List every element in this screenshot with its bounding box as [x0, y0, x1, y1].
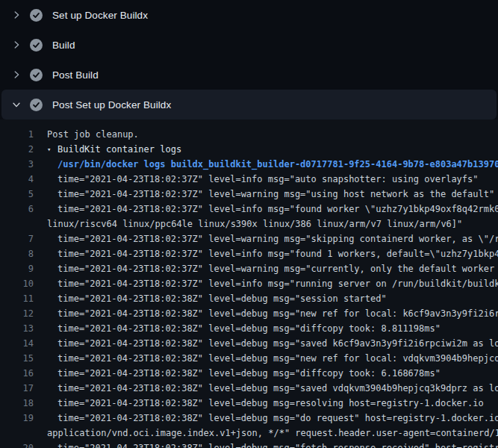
log-line: 9 time="2021-04-23T18:02:37Z" level=warn… [0, 261, 498, 276]
log-line: 7 time="2021-04-23T18:02:37Z" level=warn… [0, 231, 498, 246]
log-line-text: linux/riscv64 linux/ppc64le linux/s390x … [47, 217, 462, 231]
log-line-number[interactable]: 16 [0, 366, 47, 381]
log-line-number[interactable]: 17 [0, 381, 47, 396]
step-set-up-docker-buildx[interactable]: Set up Docker Buildx [1, 0, 497, 30]
log-line: 17 time="2021-04-23T18:02:38Z" level=deb… [0, 381, 498, 396]
log-line-text: time="2021-04-23T18:02:37Z" level=info m… [47, 172, 479, 187]
log-line-text: time="2021-04-23T18:02:38Z" level=debug … [47, 336, 498, 351]
log-line: 10 time="2021-04-23T18:02:37Z" level=inf… [0, 276, 498, 291]
log-line: 8 time="2021-04-23T18:02:37Z" level=info… [0, 246, 498, 261]
log-line-text: time="2021-04-23T18:02:37Z" level=info m… [47, 246, 498, 261]
log-line-number[interactable]: 12 [0, 306, 47, 321]
step-post-build[interactable]: Post Build [1, 60, 497, 90]
log-line-number[interactable]: 18 [0, 396, 47, 411]
log-line-number[interactable]: 4 [0, 172, 47, 187]
step-build[interactable]: Build [1, 30, 497, 60]
log-line: 20 time="2021-04-23T18:02:38Z" level=deb… [0, 441, 498, 448]
step-post-set-up-docker-buildx[interactable]: Post Set up Docker Buildx [1, 90, 497, 119]
log-line-text: time="2021-04-23T18:02:38Z" level=debug … [47, 411, 498, 426]
log-line: 4 time="2021-04-23T18:02:37Z" level=info… [0, 172, 498, 187]
log-line-text: time="2021-04-23T18:02:38Z" level=debug … [47, 381, 498, 396]
log-line: 11 time="2021-04-23T18:02:38Z" level=deb… [0, 291, 498, 306]
log-line-text: Post job cleanup. [47, 127, 139, 142]
log-line: linux/riscv64 linux/ppc64le linux/s390x … [0, 217, 498, 231]
log-line-number[interactable] [0, 426, 47, 441]
log-line: 18 time="2021-04-23T18:02:38Z" level=deb… [0, 396, 498, 411]
log-lines: 1 Post job cleanup. 2 ▾BuildKit containe… [0, 119, 498, 448]
step-list: Set up Docker Buildx Build Post Build Po… [0, 0, 498, 119]
step-title: Post Build [52, 69, 99, 81]
log-line-number[interactable]: 9 [0, 261, 47, 276]
chevron-right-icon [10, 39, 22, 51]
log-line-text: time="2021-04-23T18:02:37Z" level=info m… [47, 276, 498, 291]
log-line: 13 time="2021-04-23T18:02:38Z" level=deb… [0, 321, 498, 336]
step-title: Build [52, 40, 75, 51]
log-line-text: time="2021-04-23T18:02:38Z" level=debug … [47, 396, 484, 411]
log-line-text: time="2021-04-23T18:02:38Z" level=debug … [47, 321, 441, 336]
log-line-number[interactable]: 19 [0, 411, 47, 426]
log-line-text: time="2021-04-23T18:02:38Z" level=debug … [47, 291, 387, 306]
log-line-number[interactable]: 1 [0, 127, 47, 142]
log-line: 14 time="2021-04-23T18:02:38Z" level=deb… [0, 336, 498, 351]
log-line-number[interactable] [0, 217, 47, 231]
log-line: 1 Post job cleanup. [0, 127, 498, 142]
chevron-right-icon [10, 69, 22, 81]
log-line: 16 time="2021-04-23T18:02:38Z" level=deb… [0, 366, 498, 381]
check-circle-icon [30, 99, 43, 111]
log-line-number[interactable]: 10 [0, 276, 47, 291]
log-line-number[interactable]: 15 [0, 351, 47, 366]
log-line-text: time="2021-04-23T18:02:38Z" level=debug … [47, 306, 498, 321]
log-line-text: time="2021-04-23T18:02:38Z" level=debug … [47, 351, 498, 366]
log-line-number[interactable]: 6 [0, 202, 47, 217]
collapse-triangle-icon[interactable]: ▾ [47, 142, 57, 157]
log-line-number[interactable]: 8 [0, 246, 47, 261]
log-line: 6 time="2021-04-23T18:02:37Z" level=info… [0, 202, 498, 217]
log-line-number[interactable]: 13 [0, 321, 47, 336]
log-line-text: time="2021-04-23T18:02:37Z" level=warnin… [47, 261, 498, 276]
log-line-text: time="2021-04-23T18:02:37Z" level=warnin… [47, 187, 494, 202]
check-circle-icon [30, 9, 43, 22]
log-line-text: time="2021-04-23T18:02:38Z" level=debug … [47, 441, 498, 448]
log-line: 19 time="2021-04-23T18:02:38Z" level=deb… [0, 411, 498, 426]
log-line-text: time="2021-04-23T18:02:37Z" level=warnin… [47, 231, 498, 246]
log-line[interactable]: 2 ▾BuildKit container logs [0, 142, 498, 157]
log-line: 3 /usr/bin/docker logs buildx_buildkit_b… [0, 157, 498, 172]
log-line-number[interactable]: 3 [0, 157, 47, 172]
log-line-text: time="2021-04-23T18:02:38Z" level=debug … [47, 366, 441, 381]
log-line-text: time="2021-04-23T18:02:37Z" level=info m… [47, 202, 498, 217]
step-title: Post Set up Docker Buildx [52, 99, 171, 111]
log-line: 12 time="2021-04-23T18:02:38Z" level=deb… [0, 306, 498, 321]
log-line-number[interactable]: 2 [0, 142, 47, 157]
log-line-number[interactable]: 11 [0, 291, 47, 306]
log-line-text: /usr/bin/docker logs buildx_buildkit_bui… [47, 157, 498, 172]
log-line-number[interactable]: 14 [0, 336, 47, 351]
log-line-text: application/vnd.oci.image.index.v1+json,… [47, 426, 498, 441]
log-line-number[interactable]: 7 [0, 231, 47, 246]
log-line-text: BuildKit container logs [57, 142, 181, 157]
log-line: 15 time="2021-04-23T18:02:38Z" level=deb… [0, 351, 498, 366]
chevron-down-icon [10, 99, 22, 111]
log-line: 5 time="2021-04-23T18:02:37Z" level=warn… [0, 187, 498, 202]
check-circle-icon [30, 39, 43, 52]
check-circle-icon [30, 69, 43, 81]
log-line-number[interactable]: 20 [0, 441, 47, 448]
log-line: application/vnd.oci.image.index.v1+json,… [0, 426, 498, 441]
chevron-right-icon [10, 9, 22, 21]
log-line-number[interactable]: 5 [0, 187, 47, 202]
step-title: Set up Docker Buildx [52, 10, 148, 21]
